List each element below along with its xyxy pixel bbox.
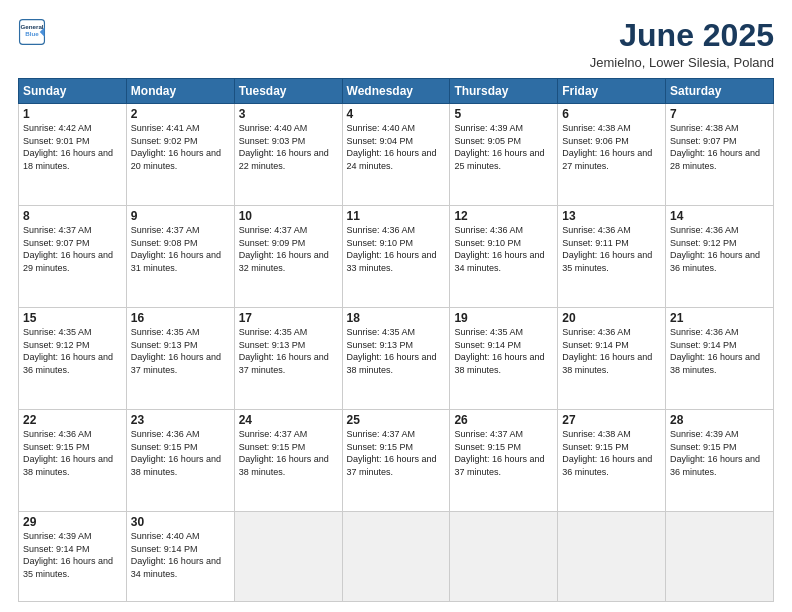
- table-row: 24Sunrise: 4:37 AMSunset: 9:15 PMDayligh…: [234, 410, 342, 512]
- day-number: 17: [239, 311, 338, 325]
- cell-info: Sunrise: 4:36 AMSunset: 9:11 PMDaylight:…: [562, 224, 661, 274]
- logo: General Blue: [18, 18, 46, 46]
- table-row: 2Sunrise: 4:41 AMSunset: 9:02 PMDaylight…: [126, 104, 234, 206]
- calendar-week-4: 22Sunrise: 4:36 AMSunset: 9:15 PMDayligh…: [19, 410, 774, 512]
- table-row: 30Sunrise: 4:40 AMSunset: 9:14 PMDayligh…: [126, 512, 234, 602]
- table-row: 12Sunrise: 4:36 AMSunset: 9:10 PMDayligh…: [450, 206, 558, 308]
- table-row: 4Sunrise: 4:40 AMSunset: 9:04 PMDaylight…: [342, 104, 450, 206]
- header: General Blue June 2025 Jemielno, Lower S…: [18, 18, 774, 70]
- cell-info: Sunrise: 4:39 AMSunset: 9:15 PMDaylight:…: [670, 428, 769, 478]
- day-number: 18: [347, 311, 446, 325]
- cell-info: Sunrise: 4:36 AMSunset: 9:10 PMDaylight:…: [454, 224, 553, 274]
- table-row: 22Sunrise: 4:36 AMSunset: 9:15 PMDayligh…: [19, 410, 127, 512]
- col-wednesday: Wednesday: [342, 79, 450, 104]
- cell-info: Sunrise: 4:35 AMSunset: 9:13 PMDaylight:…: [131, 326, 230, 376]
- table-row: [558, 512, 666, 602]
- col-sunday: Sunday: [19, 79, 127, 104]
- cell-info: Sunrise: 4:42 AMSunset: 9:01 PMDaylight:…: [23, 122, 122, 172]
- day-number: 3: [239, 107, 338, 121]
- logo-icon: General Blue: [18, 18, 46, 46]
- table-row: [450, 512, 558, 602]
- day-number: 21: [670, 311, 769, 325]
- table-row: 11Sunrise: 4:36 AMSunset: 9:10 PMDayligh…: [342, 206, 450, 308]
- subtitle: Jemielno, Lower Silesia, Poland: [590, 55, 774, 70]
- table-row: 7Sunrise: 4:38 AMSunset: 9:07 PMDaylight…: [666, 104, 774, 206]
- cell-info: Sunrise: 4:36 AMSunset: 9:15 PMDaylight:…: [131, 428, 230, 478]
- day-number: 25: [347, 413, 446, 427]
- page: General Blue June 2025 Jemielno, Lower S…: [0, 0, 792, 612]
- day-number: 16: [131, 311, 230, 325]
- cell-info: Sunrise: 4:35 AMSunset: 9:14 PMDaylight:…: [454, 326, 553, 376]
- day-number: 27: [562, 413, 661, 427]
- table-row: 8Sunrise: 4:37 AMSunset: 9:07 PMDaylight…: [19, 206, 127, 308]
- cell-info: Sunrise: 4:37 AMSunset: 9:07 PMDaylight:…: [23, 224, 122, 274]
- day-number: 20: [562, 311, 661, 325]
- day-number: 5: [454, 107, 553, 121]
- day-number: 24: [239, 413, 338, 427]
- day-number: 15: [23, 311, 122, 325]
- cell-info: Sunrise: 4:36 AMSunset: 9:12 PMDaylight:…: [670, 224, 769, 274]
- table-row: 9Sunrise: 4:37 AMSunset: 9:08 PMDaylight…: [126, 206, 234, 308]
- day-number: 12: [454, 209, 553, 223]
- table-row: 26Sunrise: 4:37 AMSunset: 9:15 PMDayligh…: [450, 410, 558, 512]
- table-row: 14Sunrise: 4:36 AMSunset: 9:12 PMDayligh…: [666, 206, 774, 308]
- day-number: 28: [670, 413, 769, 427]
- cell-info: Sunrise: 4:35 AMSunset: 9:13 PMDaylight:…: [239, 326, 338, 376]
- cell-info: Sunrise: 4:40 AMSunset: 9:14 PMDaylight:…: [131, 530, 230, 580]
- table-row: 21Sunrise: 4:36 AMSunset: 9:14 PMDayligh…: [666, 308, 774, 410]
- cell-info: Sunrise: 4:37 AMSunset: 9:15 PMDaylight:…: [347, 428, 446, 478]
- table-row: 15Sunrise: 4:35 AMSunset: 9:12 PMDayligh…: [19, 308, 127, 410]
- table-row: 25Sunrise: 4:37 AMSunset: 9:15 PMDayligh…: [342, 410, 450, 512]
- cell-info: Sunrise: 4:36 AMSunset: 9:10 PMDaylight:…: [347, 224, 446, 274]
- table-row: 16Sunrise: 4:35 AMSunset: 9:13 PMDayligh…: [126, 308, 234, 410]
- day-number: 8: [23, 209, 122, 223]
- table-row: 27Sunrise: 4:38 AMSunset: 9:15 PMDayligh…: [558, 410, 666, 512]
- cell-info: Sunrise: 4:35 AMSunset: 9:13 PMDaylight:…: [347, 326, 446, 376]
- calendar-week-5: 29Sunrise: 4:39 AMSunset: 9:14 PMDayligh…: [19, 512, 774, 602]
- day-number: 1: [23, 107, 122, 121]
- day-number: 13: [562, 209, 661, 223]
- col-thursday: Thursday: [450, 79, 558, 104]
- table-row: [666, 512, 774, 602]
- table-row: [342, 512, 450, 602]
- cell-info: Sunrise: 4:36 AMSunset: 9:15 PMDaylight:…: [23, 428, 122, 478]
- cell-info: Sunrise: 4:37 AMSunset: 9:09 PMDaylight:…: [239, 224, 338, 274]
- table-row: 23Sunrise: 4:36 AMSunset: 9:15 PMDayligh…: [126, 410, 234, 512]
- day-number: 23: [131, 413, 230, 427]
- cell-info: Sunrise: 4:36 AMSunset: 9:14 PMDaylight:…: [562, 326, 661, 376]
- title-block: June 2025 Jemielno, Lower Silesia, Polan…: [590, 18, 774, 70]
- svg-text:Blue: Blue: [25, 30, 39, 37]
- table-row: 1Sunrise: 4:42 AMSunset: 9:01 PMDaylight…: [19, 104, 127, 206]
- calendar-week-3: 15Sunrise: 4:35 AMSunset: 9:12 PMDayligh…: [19, 308, 774, 410]
- table-row: 28Sunrise: 4:39 AMSunset: 9:15 PMDayligh…: [666, 410, 774, 512]
- day-number: 9: [131, 209, 230, 223]
- cell-info: Sunrise: 4:39 AMSunset: 9:14 PMDaylight:…: [23, 530, 122, 580]
- calendar-header-row: Sunday Monday Tuesday Wednesday Thursday…: [19, 79, 774, 104]
- cell-info: Sunrise: 4:41 AMSunset: 9:02 PMDaylight:…: [131, 122, 230, 172]
- cell-info: Sunrise: 4:37 AMSunset: 9:15 PMDaylight:…: [454, 428, 553, 478]
- day-number: 29: [23, 515, 122, 529]
- cell-info: Sunrise: 4:38 AMSunset: 9:15 PMDaylight:…: [562, 428, 661, 478]
- table-row: 19Sunrise: 4:35 AMSunset: 9:14 PMDayligh…: [450, 308, 558, 410]
- day-number: 10: [239, 209, 338, 223]
- cell-info: Sunrise: 4:36 AMSunset: 9:14 PMDaylight:…: [670, 326, 769, 376]
- col-monday: Monday: [126, 79, 234, 104]
- col-tuesday: Tuesday: [234, 79, 342, 104]
- day-number: 4: [347, 107, 446, 121]
- cell-info: Sunrise: 4:37 AMSunset: 9:15 PMDaylight:…: [239, 428, 338, 478]
- cell-info: Sunrise: 4:40 AMSunset: 9:04 PMDaylight:…: [347, 122, 446, 172]
- table-row: 6Sunrise: 4:38 AMSunset: 9:06 PMDaylight…: [558, 104, 666, 206]
- cell-info: Sunrise: 4:40 AMSunset: 9:03 PMDaylight:…: [239, 122, 338, 172]
- table-row: 17Sunrise: 4:35 AMSunset: 9:13 PMDayligh…: [234, 308, 342, 410]
- day-number: 7: [670, 107, 769, 121]
- day-number: 14: [670, 209, 769, 223]
- calendar-week-2: 8Sunrise: 4:37 AMSunset: 9:07 PMDaylight…: [19, 206, 774, 308]
- day-number: 6: [562, 107, 661, 121]
- day-number: 19: [454, 311, 553, 325]
- table-row: 13Sunrise: 4:36 AMSunset: 9:11 PMDayligh…: [558, 206, 666, 308]
- calendar-week-1: 1Sunrise: 4:42 AMSunset: 9:01 PMDaylight…: [19, 104, 774, 206]
- cell-info: Sunrise: 4:37 AMSunset: 9:08 PMDaylight:…: [131, 224, 230, 274]
- table-row: 5Sunrise: 4:39 AMSunset: 9:05 PMDaylight…: [450, 104, 558, 206]
- cell-info: Sunrise: 4:38 AMSunset: 9:07 PMDaylight:…: [670, 122, 769, 172]
- day-number: 30: [131, 515, 230, 529]
